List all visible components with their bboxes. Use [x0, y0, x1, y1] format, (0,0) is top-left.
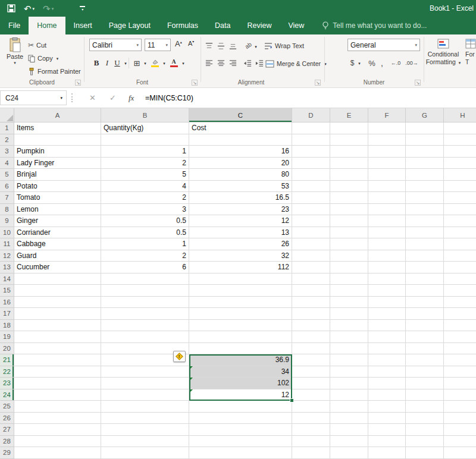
accounting-format-button[interactable]: $: [349, 57, 356, 69]
alignment-dialog-launcher-icon[interactable]: ↘: [315, 80, 321, 86]
cell-H7[interactable]: [444, 192, 476, 204]
cell-H22[interactable]: [444, 366, 476, 378]
row-header-13[interactable]: 13: [0, 262, 14, 273]
cell-D11[interactable]: [292, 238, 330, 250]
paste-dropdown-icon[interactable]: ▾: [14, 61, 16, 65]
font-size-dropdown-icon[interactable]: ▾: [165, 43, 168, 47]
copy-button[interactable]: Copy ▾: [28, 53, 58, 64]
cell-D13[interactable]: [292, 262, 330, 273]
cell-C2[interactable]: [189, 134, 292, 146]
cell-E22[interactable]: [330, 366, 368, 378]
cell-H15[interactable]: [444, 285, 476, 297]
cell-F8[interactable]: [368, 204, 406, 216]
undo-button[interactable]: ↶ ▾: [24, 4, 35, 13]
cell-B7[interactable]: 2: [101, 192, 189, 204]
cell-C17[interactable]: [189, 308, 292, 320]
error-checking-button[interactable]: !: [173, 351, 186, 362]
cell-F21[interactable]: [368, 354, 406, 366]
row-header-10[interactable]: 10: [0, 227, 14, 239]
cell-G12[interactable]: [406, 250, 444, 262]
cell-H29[interactable]: [444, 447, 476, 459]
cell-G19[interactable]: [406, 331, 444, 343]
cell-D4[interactable]: [292, 158, 330, 169]
cell-C4[interactable]: 20: [189, 158, 292, 169]
cell-H14[interactable]: [444, 273, 476, 285]
cell-B12[interactable]: 2: [101, 250, 189, 262]
cell-A4[interactable]: Lady Finger: [14, 158, 101, 169]
cell-D10[interactable]: [292, 227, 330, 239]
formula-input[interactable]: =MIN(C5:C10): [145, 88, 193, 108]
middle-align-button[interactable]: [217, 40, 226, 52]
increase-decimal-button[interactable]: ←.0: [389, 57, 402, 69]
cell-D25[interactable]: [292, 401, 330, 413]
cell-B19[interactable]: [101, 331, 189, 343]
redo-dropdown-icon[interactable]: ▾: [52, 7, 54, 11]
row-header-15[interactable]: 15: [0, 285, 14, 297]
cell-E23[interactable]: [330, 378, 368, 389]
decrease-indent-button[interactable]: [243, 57, 252, 69]
tab-file[interactable]: File: [0, 17, 29, 34]
cell-B29[interactable]: [101, 447, 189, 459]
cell-A3[interactable]: Pumpkin: [14, 146, 101, 158]
cell-G24[interactable]: [406, 389, 444, 401]
cell-C16[interactable]: [189, 297, 292, 309]
cell-F12[interactable]: [368, 250, 406, 262]
cell-D23[interactable]: [292, 378, 330, 389]
underline-button[interactable]: U: [113, 57, 121, 69]
cell-G20[interactable]: [406, 343, 444, 355]
cell-B8[interactable]: 3: [101, 204, 189, 216]
tab-page-layout[interactable]: Page Layout: [101, 17, 159, 34]
cell-F3[interactable]: [368, 146, 406, 158]
cell-A17[interactable]: [14, 308, 101, 320]
cell-B15[interactable]: [101, 285, 189, 297]
cell-F2[interactable]: [368, 134, 406, 146]
column-header-C[interactable]: C: [189, 108, 292, 122]
number-format-combo[interactable]: General ▾: [347, 39, 420, 51]
cell-C7[interactable]: 16.5: [189, 192, 292, 204]
row-header-24[interactable]: 24: [0, 389, 14, 401]
cell-C14[interactable]: [189, 273, 292, 285]
italic-button[interactable]: I: [104, 57, 111, 69]
font-name-combo[interactable]: Calibri ▾: [89, 39, 142, 51]
cell-F9[interactable]: [368, 215, 406, 227]
column-header-H[interactable]: H: [444, 108, 476, 122]
cell-H12[interactable]: [444, 250, 476, 262]
decrease-font-size-button[interactable]: A▾: [188, 40, 194, 47]
cell-B11[interactable]: 1: [101, 238, 189, 250]
cell-H6[interactable]: [444, 181, 476, 193]
cell-A23[interactable]: [14, 378, 101, 389]
cell-H25[interactable]: [444, 401, 476, 413]
cell-F22[interactable]: [368, 366, 406, 378]
cell-H11[interactable]: [444, 238, 476, 250]
cell-D5[interactable]: [292, 169, 330, 181]
cell-H16[interactable]: [444, 297, 476, 309]
cell-F29[interactable]: [368, 447, 406, 459]
row-header-7[interactable]: 7: [0, 192, 14, 204]
cell-D24[interactable]: [292, 389, 330, 401]
cell-C1[interactable]: Cost: [189, 122, 292, 134]
cell-F6[interactable]: [368, 181, 406, 193]
font-color-button[interactable]: A: [169, 57, 178, 69]
cell-D19[interactable]: [292, 331, 330, 343]
cell-D16[interactable]: [292, 297, 330, 309]
cell-E2[interactable]: [330, 134, 368, 146]
cell-B2[interactable]: [101, 134, 189, 146]
cell-G22[interactable]: [406, 366, 444, 378]
cell-D22[interactable]: [292, 366, 330, 378]
cell-C6[interactable]: 53: [189, 181, 292, 193]
orientation-dropdown-icon[interactable]: ▾: [253, 40, 258, 52]
cell-G14[interactable]: [406, 273, 444, 285]
align-center-button[interactable]: [217, 57, 226, 69]
cell-D27[interactable]: [292, 424, 330, 436]
cell-C10[interactable]: 13: [189, 227, 292, 239]
cell-E29[interactable]: [330, 447, 368, 459]
tab-formulas[interactable]: Formulas: [159, 17, 206, 34]
cell-E7[interactable]: [330, 192, 368, 204]
align-left-button[interactable]: [205, 57, 214, 69]
save-button[interactable]: [7, 4, 15, 12]
cell-F23[interactable]: [368, 378, 406, 389]
cell-H27[interactable]: [444, 424, 476, 436]
cell-A25[interactable]: [14, 401, 101, 413]
cell-D15[interactable]: [292, 285, 330, 297]
cell-A16[interactable]: [14, 297, 101, 309]
